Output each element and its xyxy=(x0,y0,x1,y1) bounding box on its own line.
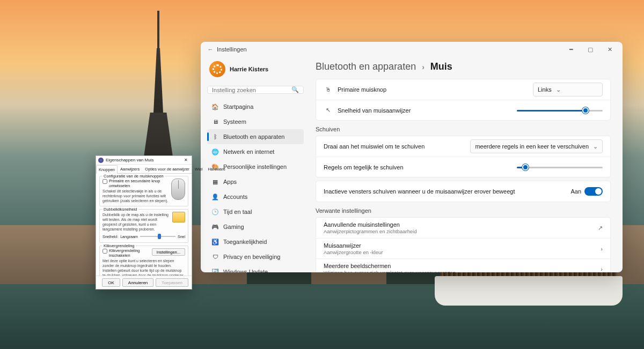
folder-illustration xyxy=(172,212,185,222)
mouse-icon: 🖱 xyxy=(324,86,332,93)
wheel-scroll-row: Draai aan het muiswiel om te schuiven me… xyxy=(316,136,610,157)
pointer-speed-row: ↖ Snelheid van muisaanwijzer xyxy=(316,100,610,120)
scrolling-header: Schuiven xyxy=(316,126,611,132)
profile[interactable]: Harrie Kisters xyxy=(207,59,304,83)
search-icon: 🔍 xyxy=(291,86,299,93)
apply-button[interactable]: Toepassen xyxy=(156,278,188,287)
lines-scroll-slider[interactable] xyxy=(517,163,603,172)
minimize-button[interactable]: ━ xyxy=(561,43,581,56)
swap-buttons-checkbox[interactable]: Primaire en secundaire knop omwisselen xyxy=(103,179,169,188)
related-link-1[interactable]: MuisaanwijzerAanwijzergrootte en -kleur› xyxy=(316,238,610,258)
sidebar-item-11[interactable]: 🔄Windows Update xyxy=(207,264,304,272)
sidebar-item-0[interactable]: 🏠Startpagina xyxy=(207,99,304,114)
primary-button-dropdown[interactable]: Links ⌄ xyxy=(533,83,603,96)
chevron-right-icon: › xyxy=(422,63,425,71)
lines-scroll-row: Regels om tegelijk te schuiven xyxy=(316,157,610,177)
tab-4[interactable]: Hardware xyxy=(205,165,228,173)
cancel-button[interactable]: Annuleren xyxy=(122,278,153,287)
clicklock-checkbox[interactable]: Klikvergrendeling inschakelen xyxy=(103,248,152,258)
settings-window: ← Instellingen ━ ▢ ✕ Harrie Kisters 🔍 🏠S… xyxy=(201,42,623,272)
app-title: Instellingen xyxy=(217,46,247,53)
sidebar-item-1[interactable]: 🖥Systeem xyxy=(207,114,304,129)
link-trail-icon: ↗ xyxy=(598,225,603,232)
button-config-group: Configuratie van de muisknoppen Primaire… xyxy=(99,176,188,206)
nav-icon: ▦ xyxy=(211,178,219,185)
inactive-scroll-row: Inactieve vensters schuiven wanneer u de… xyxy=(316,181,610,202)
nav-icon: 🕒 xyxy=(211,208,219,216)
nav-icon: 🖥 xyxy=(211,118,219,125)
sidebar-item-2[interactable]: ᛒBluetooth en apparaten xyxy=(207,129,304,144)
nav-icon: ♿ xyxy=(211,238,219,246)
nav-icon: ᛒ xyxy=(211,133,219,140)
avatar xyxy=(209,61,225,77)
click-lock-group: Klikvergrendeling Instellingen... Klikve… xyxy=(99,246,188,276)
tabs: KnoppenAanwijzersOpties voor de aanwijze… xyxy=(96,165,192,174)
ok-button[interactable]: OK xyxy=(102,278,120,287)
tab-1[interactable]: Aanwijzers xyxy=(118,165,142,173)
nav-icon: 🌐 xyxy=(211,148,219,155)
related-link-0[interactable]: Aanvullende muisinstellingenAanwijzerpic… xyxy=(316,218,610,238)
dialog-titlebar: Eigenschappen van Muis ✕ xyxy=(96,156,192,165)
sidebar-item-10[interactable]: 🛡Privacy en beveiliging xyxy=(207,249,304,264)
tab-3[interactable]: Wiel xyxy=(192,165,206,173)
sidebar-item-7[interactable]: 🕒Tijd en taal xyxy=(207,204,304,219)
double-click-slider[interactable]: Snelheid: Langzaam Snel xyxy=(103,233,185,240)
nav-icon: 🏠 xyxy=(211,103,219,110)
sidebar-item-6[interactable]: 👤Accounts xyxy=(207,189,304,204)
inactive-scroll-toggle[interactable]: Aan xyxy=(570,187,603,196)
close-button[interactable]: ✕ xyxy=(600,43,619,56)
nav-icon: 👤 xyxy=(211,193,219,201)
titlebar: ← Instellingen ━ ▢ ✕ xyxy=(201,42,623,57)
wheel-scroll-dropdown[interactable]: meerdere regels in een keer te verschuiv… xyxy=(470,139,603,153)
sidebar-item-5[interactable]: ▦Apps xyxy=(207,174,304,189)
tab-0[interactable]: Knoppen xyxy=(96,165,118,174)
chevron-down-icon: ⌄ xyxy=(593,143,598,150)
double-click-group: Dubbelkliksnelheid Dubbelklik op de map … xyxy=(99,209,188,243)
chevron-down-icon: ⌄ xyxy=(556,86,561,93)
related-header: Verwante instellingen xyxy=(316,207,611,214)
breadcrumb-parent[interactable]: Bluetooth en apparaten xyxy=(316,61,416,72)
mouse-icon xyxy=(98,158,104,163)
clicklock-settings-button[interactable]: Instellingen... xyxy=(152,248,185,256)
search-box[interactable]: 🔍 xyxy=(207,86,304,94)
profile-name: Harrie Kisters xyxy=(230,66,268,72)
nav-icon: 🎮 xyxy=(211,223,219,231)
link-trail-icon: › xyxy=(601,266,603,272)
content: Bluetooth en apparaten › Muis 🖱 Primaire… xyxy=(308,57,623,272)
sidebar-item-9[interactable]: ♿Toegankelijkheid xyxy=(207,234,304,249)
nav-icon: 🛡 xyxy=(211,253,219,261)
dialog-title: Eigenschappen van Muis xyxy=(106,158,182,162)
pointer-speed-slider[interactable] xyxy=(517,106,603,115)
sidebar-item-3[interactable]: 🌐Netwerk en internet xyxy=(207,144,304,159)
nav-icon: 🔄 xyxy=(211,268,219,272)
breadcrumb-current: Muis xyxy=(430,61,452,72)
cursor-icon: ↖ xyxy=(324,107,332,114)
primary-button-row: 🖱 Primaire muisknop Links ⌄ xyxy=(316,79,610,100)
tab-2[interactable]: Opties voor de aanwijzer xyxy=(142,165,192,173)
search-input[interactable] xyxy=(212,87,291,93)
breadcrumb: Bluetooth en apparaten › Muis xyxy=(316,61,611,72)
mouse-properties-dialog: Eigenschappen van Muis ✕ KnoppenAanwijze… xyxy=(96,155,192,289)
link-trail-icon: › xyxy=(601,246,603,252)
related-link-2[interactable]: Meerdere beeldschermenWijzigen hoe curso… xyxy=(316,258,610,272)
maximize-button[interactable]: ▢ xyxy=(581,43,600,56)
mouse-illustration xyxy=(171,179,185,200)
back-button[interactable]: ← xyxy=(204,46,217,53)
dialog-buttons: OK Annuleren Toepassen xyxy=(96,276,192,289)
sidebar-item-8[interactable]: 🎮Gaming xyxy=(207,219,304,234)
close-icon[interactable]: ✕ xyxy=(182,158,189,162)
